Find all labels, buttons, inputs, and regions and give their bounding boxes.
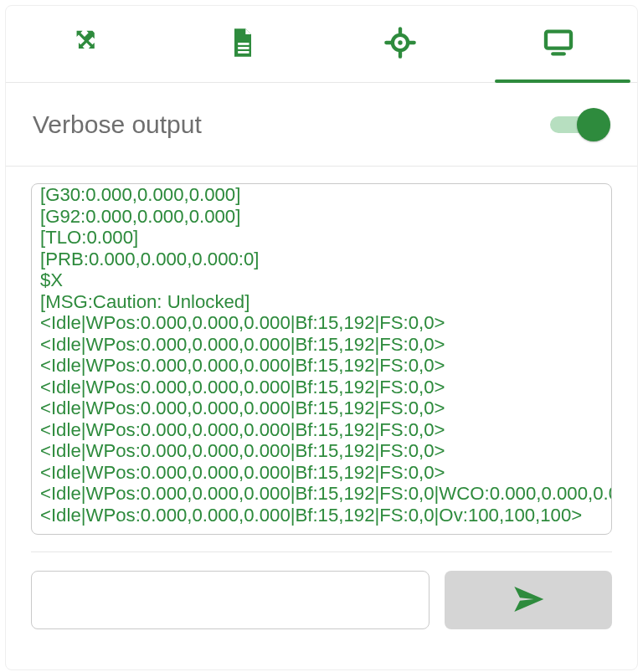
console-line: <Idle|WPos:0.000,0.000,0.000|Bf:15,192|F… (40, 377, 603, 398)
console-line: <Idle|WPos:0.000,0.000,0.000|Bf:15,192|F… (40, 419, 603, 441)
verbose-toggle[interactable] (550, 108, 610, 141)
send-button[interactable] (445, 571, 612, 629)
console-output[interactable]: [G30:0.000,0.000,0.000][G92:0.000,0.000,… (31, 183, 612, 535)
tab-target[interactable] (322, 6, 480, 82)
svg-point-4 (399, 40, 403, 44)
console-line: <Idle|WPos:0.000,0.000,0.000|Bf:15,192|F… (40, 312, 603, 334)
console-line: [TLO:0.000] (40, 227, 603, 249)
tab-console[interactable] (480, 6, 638, 82)
console-line: <Idle|WPos:0.000,0.000,0.000|Bf:15,192|F… (40, 334, 603, 356)
svg-rect-1 (238, 47, 249, 49)
console-line: [PRB:0.000,0.000,0.000:0] (40, 249, 603, 270)
svg-rect-2 (238, 51, 249, 54)
monitor-icon (542, 26, 575, 63)
target-icon (383, 26, 417, 63)
console-line: <Idle|WPos:0.000,0.000,0.000|Bf:15,192|F… (40, 505, 603, 526)
console-line: <Idle|WPos:0.000,0.000,0.000|Bf:15,192|F… (40, 483, 603, 505)
console-line: [G30:0.000,0.000,0.000] (40, 184, 603, 206)
console-line: $X (40, 269, 603, 291)
verbose-label: Verbose output (33, 110, 202, 139)
svg-rect-0 (238, 43, 249, 45)
file-icon (226, 26, 260, 63)
tab-bar (6, 6, 637, 83)
console-line: <Idle|WPos:0.000,0.000,0.000|Bf:15,192|F… (40, 462, 603, 484)
console-line: [G92:0.000,0.000,0.000] (40, 206, 603, 228)
command-input[interactable] (31, 571, 430, 629)
console-line: <Idle|WPos:0.000,0.000,0.000|Bf:15,192|F… (40, 440, 603, 462)
tab-move[interactable] (6, 6, 164, 82)
console-line: <Idle|WPos:0.000,0.000,0.000|Bf:15,192|F… (40, 355, 603, 377)
console-line: [MSG:Caution: Unlocked] (40, 291, 603, 313)
tab-file[interactable] (164, 6, 322, 82)
paper-plane-icon (512, 582, 545, 618)
console-line: <Idle|WPos:0.000,0.000,0.000|Bf:15,192|F… (40, 398, 603, 419)
svg-rect-9 (546, 31, 571, 48)
move-icon (68, 26, 101, 63)
verbose-row: Verbose output (6, 83, 637, 167)
